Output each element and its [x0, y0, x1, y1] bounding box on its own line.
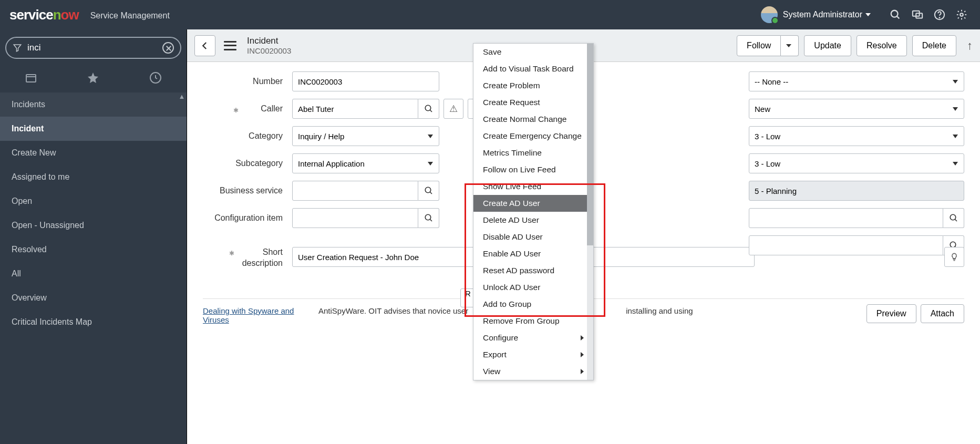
user-menu-caret-icon[interactable] — [865, 13, 871, 16]
brand-logo: servicenow — [9, 7, 79, 23]
help-icon[interactable] — [934, 9, 948, 20]
svg-point-6 — [960, 13, 963, 16]
brand-subtitle: Service Management — [90, 9, 170, 20]
svg-point-0 — [891, 11, 898, 17]
avatar[interactable] — [761, 6, 778, 23]
svg-line-1 — [897, 16, 900, 19]
user-name[interactable]: System Administrator — [783, 10, 862, 19]
svg-point-5 — [939, 17, 940, 18]
chat-icon[interactable] — [912, 9, 926, 20]
search-icon[interactable] — [890, 9, 904, 20]
settings-icon[interactable] — [956, 9, 971, 20]
top-bar: servicenow Service Management System Adm… — [0, 0, 980, 29]
